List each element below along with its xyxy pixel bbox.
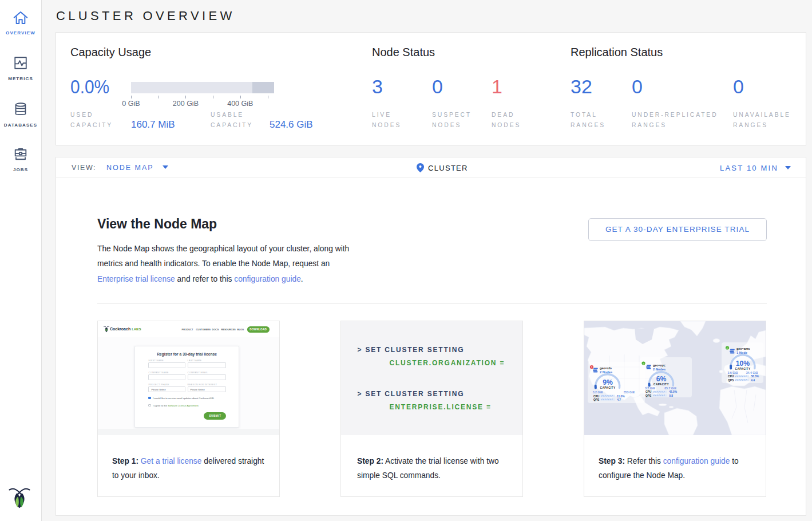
svg-text:4.7: 4.7 <box>617 398 621 401</box>
svg-text:34.4 GiB: 34.4 GiB <box>746 371 758 374</box>
svg-text:65.7 GiB: 65.7 GiB <box>664 386 676 390</box>
svg-text:2 Nodes: 2 Nodes <box>653 368 666 371</box>
svg-text:CPU: CPU <box>728 375 734 378</box>
svg-text:3.6 GiB: 3.6 GiB <box>728 371 738 374</box>
svg-text:353 GiB: 353 GiB <box>624 390 635 394</box>
svg-text:6%: 6% <box>656 375 667 383</box>
svg-text:CAPACITY: CAPACITY <box>735 368 751 370</box>
svg-text:QPS: QPS <box>645 394 652 397</box>
svg-text:CPU: CPU <box>645 390 652 393</box>
svg-text:58.3%: 58.3% <box>751 375 759 378</box>
svg-text:✓: ✓ <box>642 362 644 365</box>
svg-text:✓: ✓ <box>726 347 728 350</box>
svg-text:1 Node: 1 Node <box>736 351 747 354</box>
svg-text:geo=ams: geo=ams <box>736 347 750 350</box>
svg-text:2 Nodes: 2 Nodes <box>600 370 612 374</box>
svg-text:QPS: QPS <box>593 398 600 401</box>
svg-text:4.4: 4.4 <box>751 379 755 382</box>
svg-text:CAPACITY: CAPACITY <box>653 383 669 386</box>
svg-text:9%: 9% <box>603 378 613 386</box>
svg-text:0.8: 0.8 <box>669 394 673 397</box>
svg-text:CAPACITY: CAPACITY <box>600 386 616 389</box>
svg-text:geo=sfo: geo=sfo <box>600 366 612 370</box>
svg-text:CPU: CPU <box>593 395 600 398</box>
svg-text:42.5%: 42.5% <box>669 390 678 393</box>
svg-text:3.2 GiB: 3.2 GiB <box>593 390 603 394</box>
svg-text:QPS: QPS <box>728 379 734 382</box>
svg-text:11.0%: 11.0% <box>617 395 625 398</box>
svg-text:geo=nyc: geo=nyc <box>653 364 666 367</box>
svg-text:10%: 10% <box>736 360 750 368</box>
svg-text:3.7 GiB: 3.7 GiB <box>645 386 655 390</box>
